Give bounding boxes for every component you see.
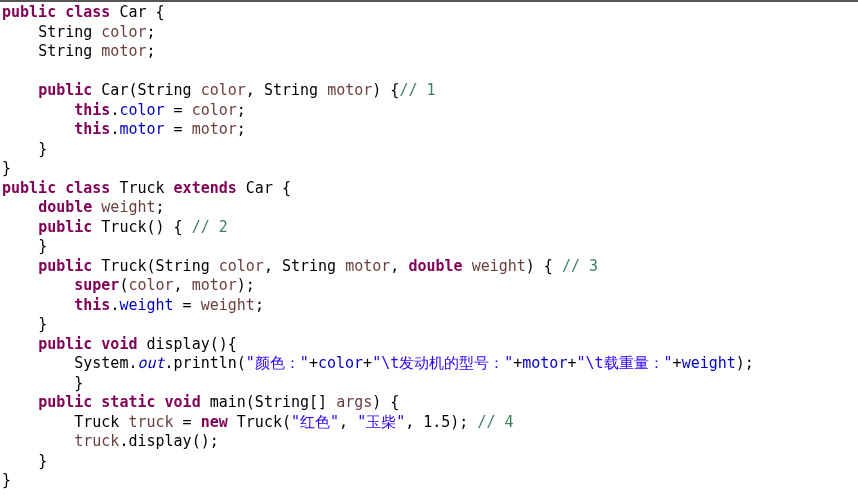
semicolon: ; xyxy=(147,23,156,41)
keyword-this: this xyxy=(74,296,110,314)
paren-close: ); xyxy=(736,354,754,372)
paren-close: ); xyxy=(237,276,255,294)
param-motor: motor xyxy=(327,81,372,99)
keyword-void: void xyxy=(101,335,137,353)
plus: + xyxy=(513,354,522,372)
keyword-static: static xyxy=(101,393,155,411)
method-display: display(){ xyxy=(147,335,237,353)
keyword-public: public xyxy=(2,3,56,21)
comment-1: // 1 xyxy=(399,81,435,99)
println: .println( xyxy=(165,354,246,372)
tail: ) { xyxy=(372,393,399,411)
plus: + xyxy=(309,354,318,372)
var-motor: motor xyxy=(192,120,237,138)
keyword-public: public xyxy=(38,393,92,411)
plus: + xyxy=(363,354,372,372)
keyword-extends: extends xyxy=(174,179,237,197)
var-color: color xyxy=(192,101,237,119)
system: System. xyxy=(74,354,137,372)
constructor-sig: Truck(String xyxy=(101,257,218,275)
keyword-super: super xyxy=(74,276,119,294)
tail: , 1.5); xyxy=(405,413,477,431)
field-color: color xyxy=(101,23,146,41)
type: String xyxy=(38,23,92,41)
var-weight: weight xyxy=(201,296,255,314)
class-name: Car xyxy=(119,3,146,21)
type-truck: Truck xyxy=(74,413,128,431)
semicolon: ; xyxy=(255,296,264,314)
semicolon: ; xyxy=(147,42,156,60)
class-name: Truck xyxy=(119,179,164,197)
equals: = xyxy=(165,120,192,138)
code-block: public class Car { String color; String … xyxy=(0,2,858,492)
keyword-class: class xyxy=(65,3,110,21)
constructor-call: Truck( xyxy=(228,413,291,431)
tail: ) { xyxy=(372,81,399,99)
type: String xyxy=(38,42,92,60)
arg-color: color xyxy=(128,276,173,294)
var-truck: truck xyxy=(128,413,173,431)
field-ref-motor: motor xyxy=(522,354,567,372)
keyword-new: new xyxy=(201,413,228,431)
field-ref-color: color xyxy=(318,354,363,372)
comma: , xyxy=(339,413,357,431)
superclass: Car xyxy=(246,179,273,197)
param-color: color xyxy=(201,81,246,99)
field-ref-weight: weight xyxy=(682,354,736,372)
param-color: color xyxy=(219,257,264,275)
comma: , xyxy=(390,257,408,275)
string-yuchai: "玉柴" xyxy=(357,413,405,431)
brace: { xyxy=(273,179,291,197)
constructor-sig: Car(String xyxy=(101,81,200,99)
comment-2: // 2 xyxy=(192,218,228,236)
keyword-this: this xyxy=(74,120,110,138)
param-weight: weight xyxy=(472,257,526,275)
constructor-sig: Truck() { xyxy=(101,218,191,236)
keyword-public: public xyxy=(38,257,92,275)
string-color-label: "颜色：" xyxy=(246,354,309,372)
brace: { xyxy=(147,3,165,21)
comma: , xyxy=(174,276,192,294)
tail: ) { xyxy=(526,257,562,275)
string-motor-label: "\t发动机的型号：" xyxy=(372,354,513,372)
keyword-public: public xyxy=(38,81,92,99)
space xyxy=(463,257,472,275)
keyword-double: double xyxy=(408,257,462,275)
semicolon: ; xyxy=(156,198,165,216)
field-ref-color: color xyxy=(119,101,164,119)
comment-3: // 3 xyxy=(562,257,598,275)
equals: = xyxy=(165,101,192,119)
keyword-this: this xyxy=(74,101,110,119)
field-weight: weight xyxy=(101,198,155,216)
brace-close: } xyxy=(2,159,11,177)
string-red: "红色" xyxy=(291,413,339,431)
keyword-double: double xyxy=(38,198,92,216)
keyword-class: class xyxy=(65,179,110,197)
param-args: args xyxy=(336,393,372,411)
comma: , String xyxy=(246,81,327,99)
field-motor: motor xyxy=(101,42,146,60)
method-main: main(String[] xyxy=(210,393,336,411)
out-field: out xyxy=(137,354,164,372)
brace-close: } xyxy=(38,140,47,158)
brace-close: } xyxy=(74,374,83,392)
arg-motor: motor xyxy=(192,276,237,294)
plus: + xyxy=(673,354,682,372)
field-ref-weight: weight xyxy=(119,296,173,314)
semicolon: ; xyxy=(237,101,246,119)
semicolon: ; xyxy=(237,120,246,138)
method-call: .display(); xyxy=(119,432,218,450)
keyword-public: public xyxy=(2,179,56,197)
brace-close: } xyxy=(38,315,47,333)
keyword-void: void xyxy=(165,393,201,411)
param-motor: motor xyxy=(345,257,390,275)
brace-close: } xyxy=(2,471,11,489)
keyword-public: public xyxy=(38,335,92,353)
equals: = xyxy=(174,296,201,314)
brace-close: } xyxy=(38,452,47,470)
brace-close: } xyxy=(38,237,47,255)
string-weight-label: "\t载重量：" xyxy=(576,354,672,372)
comment-4: // 4 xyxy=(477,413,513,431)
comma: , String xyxy=(264,257,345,275)
keyword-public: public xyxy=(38,218,92,236)
